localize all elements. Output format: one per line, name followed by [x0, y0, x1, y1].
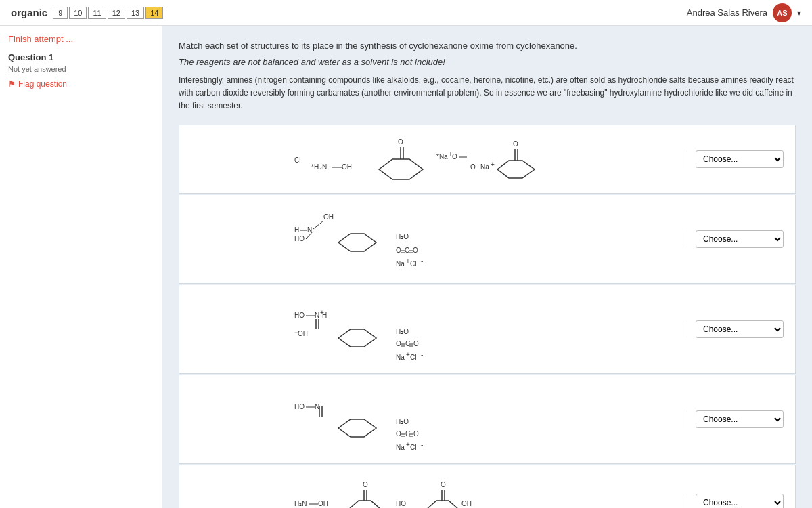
svg-text:N: N: [315, 403, 319, 410]
dropdown-icon[interactable]: ▾: [797, 8, 801, 18]
svg-text:Cl: Cl: [410, 444, 416, 451]
content-area: Match each set of structures to its plac…: [162, 26, 812, 508]
reaction-drawing-1: Cl- *H ₂N OH O *Na + O: [179, 125, 687, 193]
svg-text:HO: HO: [294, 403, 304, 410]
svg-text:Cl: Cl: [410, 354, 416, 361]
svg-text:Na: Na: [396, 444, 405, 451]
svg-text:-: -: [477, 161, 479, 168]
chem-structure-3: HO N + H ⁻OH H₂O: [291, 292, 575, 366]
reaction-select-wrapper-3: Choose...: [687, 320, 795, 338]
finish-attempt-link[interactable]: Finish attempt ...: [8, 34, 154, 44]
svg-text:O: O: [452, 153, 457, 161]
info-text: Interestingly, amines (nitrogen containi…: [179, 74, 796, 113]
flag-label: Flag question: [18, 79, 67, 89]
reaction-select-wrapper-4: Choose...: [687, 410, 795, 428]
svg-text:O: O: [396, 247, 401, 254]
svg-text:HO: HO: [294, 312, 304, 319]
reaction-select-5[interactable]: Choose...: [696, 494, 784, 508]
svg-text:H₂O: H₂O: [396, 418, 409, 425]
chem-structure-2: H N OH HO H₂O O: [291, 202, 575, 276]
user-avatar: AS: [773, 3, 792, 22]
svg-text:*H: *H: [311, 163, 319, 171]
svg-text:OH: OH: [318, 500, 328, 507]
instruction-text: Match each set of structures to its plac…: [179, 39, 796, 53]
reaction-row-4: HO N H₂O O C: [179, 375, 796, 464]
svg-text:OH: OH: [461, 500, 472, 507]
svg-text:Cl-: Cl-: [294, 154, 302, 164]
flag-icon: ⚑: [8, 79, 16, 89]
tab-10[interactable]: 10: [69, 7, 87, 19]
svg-text:O: O: [413, 340, 419, 347]
chem-structure-5: H₂N OH O HO O: [291, 472, 575, 508]
question-tabs: 9 10 11 12 13 14: [53, 7, 163, 19]
svg-text:N: N: [307, 226, 312, 234]
reaction-select-wrapper-1: Choose...: [687, 150, 795, 168]
svg-text:O: O: [398, 138, 403, 146]
chem-structure-1: Cl- *H ₂N OH O *Na + O: [291, 132, 575, 186]
svg-line-24: [313, 221, 323, 229]
tab-11[interactable]: 11: [88, 7, 106, 19]
svg-text:HO: HO: [294, 235, 304, 242]
note-text: The reagents are not balanced and water …: [179, 57, 796, 67]
reactions-grid: Cl- *H ₂N OH O *Na + O: [179, 125, 796, 508]
tab-9[interactable]: 9: [53, 7, 68, 19]
reaction-select-wrapper-2: Choose...: [687, 230, 795, 248]
sidebar: Finish attempt ... Question 1 Not yet an…: [0, 26, 162, 508]
svg-marker-88: [426, 501, 459, 508]
svg-text:HO: HO: [396, 500, 406, 507]
svg-text:₂N: ₂N: [319, 163, 327, 171]
tab-12[interactable]: 12: [108, 7, 125, 19]
top-bar-left: organic 9 10 11 12 13 14: [11, 7, 163, 19]
svg-text:Na: Na: [480, 163, 489, 171]
svg-text:O: O: [441, 481, 446, 488]
svg-text:O: O: [470, 163, 476, 171]
svg-text:-: -: [421, 257, 423, 265]
reaction-drawing-5: H₂N OH O HO O: [179, 465, 687, 508]
reaction-row-2: H N OH HO H₂O O: [179, 195, 796, 284]
question-number: 1: [49, 52, 53, 62]
svg-marker-17: [497, 161, 535, 178]
svg-text:O: O: [396, 430, 401, 438]
svg-marker-67: [338, 419, 376, 437]
svg-text:O: O: [413, 430, 419, 438]
not-answered-label: Not yet answered: [8, 65, 154, 73]
svg-text:OH: OH: [342, 163, 352, 171]
svg-text:O: O: [413, 247, 418, 254]
svg-text:-: -: [421, 441, 423, 448]
svg-text:H: H: [322, 312, 327, 319]
reaction-row-1: Cl- *H ₂N OH O *Na + O: [179, 125, 796, 194]
svg-text:Cl: Cl: [410, 260, 416, 268]
svg-marker-83: [348, 501, 381, 508]
svg-text:H₂O: H₂O: [396, 328, 409, 335]
svg-text:O: O: [363, 481, 368, 488]
svg-text:O: O: [396, 340, 401, 347]
user-name: Andrea Salas Rivera: [687, 7, 767, 18]
reaction-drawing-2: H N OH HO H₂O O: [179, 195, 687, 283]
reaction-drawing-4: HO N H₂O O C: [179, 375, 687, 463]
svg-text:-: -: [421, 351, 423, 358]
flag-question-button[interactable]: ⚑ Flag question: [8, 79, 67, 89]
question-word: Question: [8, 52, 46, 62]
reaction-select-wrapper-5: Choose...: [687, 494, 795, 508]
svg-text:*Na: *Na: [436, 153, 448, 161]
svg-marker-5: [379, 159, 423, 179]
reaction-row-5: H₂N OH O HO O: [179, 465, 796, 508]
reaction-select-3[interactable]: Choose...: [696, 320, 784, 338]
svg-text:N: N: [315, 312, 319, 319]
svg-text:+: +: [491, 161, 495, 168]
svg-text:Na: Na: [396, 354, 405, 361]
svg-text:Na: Na: [396, 260, 405, 268]
svg-text:OH: OH: [323, 213, 334, 221]
tab-13[interactable]: 13: [127, 7, 144, 19]
reaction-select-4[interactable]: Choose...: [696, 410, 784, 428]
reaction-select-1[interactable]: Choose...: [696, 150, 784, 168]
reaction-select-2[interactable]: Choose...: [696, 230, 784, 248]
svg-text:H₂O: H₂O: [396, 233, 409, 240]
top-bar-right: Andrea Salas Rivera AS ▾: [687, 3, 801, 22]
reaction-drawing-3: HO N + H ⁻OH H₂O: [179, 285, 687, 373]
svg-marker-28: [338, 234, 376, 251]
sidebar-question-label: Question 1: [8, 52, 154, 62]
top-bar: organic 9 10 11 12 13 14 Andrea Salas Ri…: [0, 0, 812, 26]
svg-marker-49: [338, 329, 376, 347]
tab-14[interactable]: 14: [145, 7, 163, 19]
